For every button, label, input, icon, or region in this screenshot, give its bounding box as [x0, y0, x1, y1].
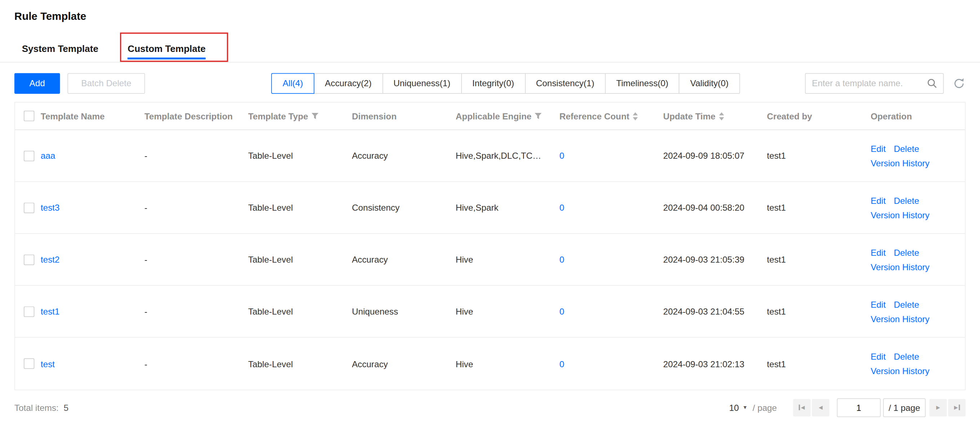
reference-count-link[interactable]: 0 [559, 255, 564, 265]
reference-count-link[interactable]: 0 [559, 151, 564, 161]
template-description: - [144, 203, 147, 213]
template-type: Table-Level [248, 203, 293, 213]
applicable-engine: Hive,Spark,DLC,TC… [456, 151, 541, 161]
column-dimension: Dimension [352, 111, 397, 121]
delete-link[interactable]: Delete [894, 299, 919, 309]
refresh-button[interactable] [952, 76, 966, 90]
column-update-time: Update Time [663, 111, 715, 121]
column-created-by: Created by [767, 111, 812, 121]
version-history-link[interactable]: Version History [871, 158, 929, 168]
prev-page-button[interactable]: ◀ [812, 399, 830, 416]
total-pages-label: / 1 page [883, 398, 926, 417]
filter-validity[interactable]: Validity(0) [679, 73, 740, 94]
table-row: test-Table-LevelAccuracyHive02024-09-03 … [15, 338, 965, 390]
filter-consistency[interactable]: Consistency(1) [525, 73, 605, 94]
template-name-link[interactable]: test2 [41, 255, 60, 265]
edit-link[interactable]: Edit [871, 351, 886, 362]
reference-count-link[interactable]: 0 [559, 358, 564, 369]
filter-group: All(4)Accuracy(2)Uniqueness(1)Integrity(… [272, 73, 740, 94]
edit-link[interactable]: Edit [871, 143, 886, 154]
search-box [805, 73, 944, 94]
reference-count-link[interactable]: 0 [559, 203, 564, 213]
column-applicable-engine: Applicable Engine [456, 111, 531, 121]
page-size-value: 10 [729, 402, 739, 412]
filter-accuracy[interactable]: Accuracy(2) [314, 73, 383, 94]
table-row: aaa-Table-LevelAccuracyHive,Spark,DLC,TC… [15, 130, 965, 182]
search-icon[interactable] [927, 78, 937, 88]
table-header-row: Template Name Template Description Templ… [15, 102, 965, 130]
row-checkbox[interactable] [24, 202, 34, 213]
batch-delete-button[interactable]: Batch Delete [67, 73, 145, 94]
version-history-link[interactable]: Version History [871, 314, 929, 323]
filter-funnel-icon[interactable] [535, 113, 542, 119]
rule-template-page: Rule Template System Template Custom Tem… [0, 0, 980, 430]
dimension: Uniqueness [352, 306, 398, 316]
dimension: Accuracy [352, 358, 388, 369]
tab-system-template[interactable]: System Template [22, 43, 99, 62]
sort-icon[interactable] [719, 111, 724, 120]
template-name-link[interactable]: test1 [41, 306, 60, 316]
created-by: test1 [767, 306, 786, 316]
tab-custom-template[interactable]: Custom Template [128, 43, 205, 62]
first-page-button[interactable]: ◀ [793, 399, 811, 416]
total-items-value: 5 [64, 402, 68, 412]
template-name-link[interactable]: aaa [41, 151, 55, 161]
first-page-icon [799, 405, 800, 411]
edit-link[interactable]: Edit [871, 247, 886, 258]
pagination: 10 ▼ / page ◀ ◀ / 1 page ▶ ▶ [729, 398, 966, 417]
next-page-icon: ▶ [936, 405, 940, 410]
template-type: Table-Level [248, 151, 293, 161]
row-checkbox[interactable] [24, 150, 34, 161]
filter-uniqueness[interactable]: Uniqueness(1) [382, 73, 461, 94]
filter-timeliness[interactable]: Timeliness(0) [605, 73, 680, 94]
search-input[interactable] [812, 78, 927, 88]
template-description: - [144, 255, 147, 265]
total-items-label: Total items: [14, 402, 59, 412]
column-template-name: Template Name [41, 111, 105, 121]
row-checkbox[interactable] [24, 254, 34, 265]
template-description: - [144, 306, 147, 316]
reference-count-link[interactable]: 0 [559, 306, 564, 316]
current-page-input[interactable] [837, 398, 880, 417]
tab-bar: System Template Custom Template [22, 43, 206, 62]
per-page-label: / page [752, 402, 776, 412]
add-button[interactable]: Add [14, 73, 60, 94]
version-history-link[interactable]: Version History [871, 210, 929, 220]
sort-icon[interactable] [632, 111, 638, 120]
refresh-icon [953, 77, 965, 89]
created-by: test1 [767, 151, 786, 161]
version-history-link[interactable]: Version History [871, 261, 929, 272]
filter-funnel-icon[interactable] [311, 113, 319, 119]
applicable-engine: Hive [456, 306, 473, 316]
select-all-checkbox[interactable] [24, 111, 34, 121]
delete-link[interactable]: Delete [894, 143, 919, 154]
template-name-link[interactable]: test3 [41, 203, 60, 213]
next-page-button[interactable]: ▶ [929, 399, 947, 416]
update-time: 2024-09-03 21:05:39 [663, 255, 744, 265]
filter-all[interactable]: All(4) [272, 73, 314, 94]
update-time: 2024-09-04 00:58:20 [663, 203, 744, 213]
rule-template-table: Template Name Template Description Templ… [14, 102, 966, 390]
row-checkbox[interactable] [24, 358, 34, 369]
applicable-engine: Hive,Spark [456, 203, 499, 213]
edit-link[interactable]: Edit [871, 299, 886, 309]
column-reference-count: Reference Count [559, 111, 629, 121]
last-page-button[interactable]: ▶ [948, 399, 966, 416]
template-name-link[interactable]: test [41, 358, 55, 369]
version-history-link[interactable]: Version History [871, 366, 929, 376]
template-type: Table-Level [248, 255, 293, 265]
update-time: 2024-09-03 21:04:55 [663, 306, 744, 316]
table-row: test3-Table-LevelConsistencyHive,Spark02… [15, 182, 965, 234]
page-size-select[interactable]: 10 ▼ [729, 402, 748, 412]
filter-integrity[interactable]: Integrity(0) [461, 73, 525, 94]
dimension: Consistency [352, 203, 399, 213]
table-body: aaa-Table-LevelAccuracyHive,Spark,DLC,TC… [15, 130, 965, 390]
applicable-engine: Hive [456, 255, 473, 265]
stage: Rule Template System Template Custom Tem… [0, 0, 980, 430]
delete-link[interactable]: Delete [894, 247, 919, 258]
delete-link[interactable]: Delete [894, 351, 919, 362]
edit-link[interactable]: Edit [871, 196, 886, 205]
delete-link[interactable]: Delete [894, 196, 919, 205]
row-checkbox[interactable] [24, 306, 34, 317]
toolbar: Add Batch Delete All(4)Accuracy(2)Unique… [14, 73, 966, 94]
